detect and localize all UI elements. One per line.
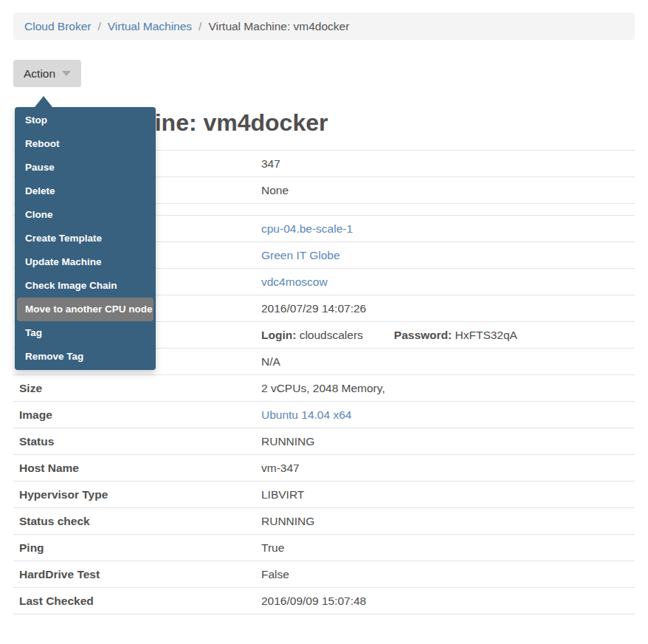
breadcrumb-item-virtual-machine-vm4docker: Virtual Machine: vm4docker — [208, 20, 349, 33]
breadcrumb-separator: / — [97, 20, 100, 33]
row-label: Hypervisor Type — [13, 482, 255, 508]
menu-item-move-to-another-cpu-node[interactable]: Move to another CPU node — [17, 298, 154, 321]
breadcrumb-item-virtual-machines[interactable]: Virtual Machines — [108, 20, 192, 33]
menu-item-tag[interactable]: Tag — [15, 321, 156, 345]
table-row: Status checkRUNNING — [13, 508, 635, 535]
row-label: Host Name — [13, 455, 255, 482]
row-value: Green IT Globe — [255, 242, 635, 269]
row-value: N/A — [255, 349, 635, 375]
row-value: False — [255, 561, 635, 588]
menu-item-remove-tag[interactable]: Remove Tag — [15, 345, 156, 369]
menu-item-delete[interactable]: Delete — [15, 179, 156, 203]
password-value: HxFTS32qA — [452, 329, 517, 341]
menu-item-update-machine[interactable]: Update Machine — [15, 250, 156, 274]
action-dropdown-menu: StopRebootPauseDeleteCloneCreate Templat… — [15, 107, 156, 370]
value-link-cpu-04-be-scale-1[interactable]: cpu-04.be-scale-1 — [261, 222, 353, 235]
breadcrumb: Cloud Broker/Virtual Machines/Virtual Ma… — [13, 13, 635, 40]
password-label: Password: — [394, 329, 452, 341]
table-row: Size2 vCPUs, 2048 Memory, — [13, 375, 635, 402]
action-button-label: Action — [24, 67, 55, 80]
table-row: Hypervisor TypeLIBVIRT — [13, 482, 635, 508]
menu-item-clone[interactable]: Clone — [15, 203, 156, 227]
table-row: ImageUbuntu 14.04 x64 — [13, 402, 635, 428]
row-value: 2 vCPUs, 2048 Memory, — [255, 375, 635, 402]
row-value — [255, 204, 635, 216]
login-label: Login: — [261, 329, 296, 341]
row-label: Status — [13, 428, 255, 455]
menu-item-create-template[interactable]: Create Template — [15, 227, 156, 250]
login-value: cloudscalers — [296, 329, 362, 341]
value-link-vdc4moscow[interactable]: vdc4moscow — [261, 275, 328, 288]
value-link-green-it-globe[interactable]: Green IT Globe — [261, 249, 340, 261]
row-label: Image — [13, 402, 255, 428]
row-label: Last Checked — [13, 588, 255, 614]
row-value: LIBVIRT — [255, 482, 635, 508]
menu-item-reboot[interactable]: Reboot — [15, 132, 156, 156]
breadcrumb-separator: / — [199, 20, 201, 33]
row-label: Status check — [13, 508, 255, 535]
row-value: RUNNING — [255, 508, 635, 535]
row-value: Login: cloudscalersPassword: HxFTS32qA — [255, 322, 635, 349]
table-row: Last Checked2016/09/09 15:07:48 — [13, 588, 635, 614]
row-value: RUNNING — [255, 428, 635, 455]
table-row: HardDrive TestFalse — [13, 561, 635, 588]
row-value: cpu-04.be-scale-1 — [255, 216, 635, 242]
row-value: True — [255, 535, 635, 561]
table-row: StatusRUNNING — [13, 428, 635, 455]
row-label: Ping — [13, 535, 255, 561]
table-row: PingTrue — [13, 535, 635, 561]
table-row: Host Namevm-347 — [13, 455, 635, 482]
vm-detail-page: Cloud Broker/Virtual Machines/Virtual Ma… — [0, 0, 648, 644]
row-value: 347 — [255, 151, 635, 177]
menu-item-stop[interactable]: Stop — [15, 109, 156, 132]
menu-item-pause[interactable]: Pause — [15, 156, 156, 179]
row-value: None — [255, 177, 635, 204]
dropdown-arrow-icon — [35, 96, 52, 107]
row-label: Size — [13, 375, 255, 402]
menu-item-check-image-chain[interactable]: Check Image Chain — [15, 274, 156, 298]
breadcrumb-item-cloud-broker[interactable]: Cloud Broker — [24, 20, 91, 33]
row-value: 2016/09/09 15:07:48 — [255, 588, 635, 614]
row-value: 2016/07/29 14:07:26 — [255, 295, 635, 322]
caret-down-icon — [62, 71, 71, 76]
row-value: vdc4moscow — [255, 269, 635, 295]
row-value: Ubuntu 14.04 x64 — [255, 402, 635, 428]
value-link-ubuntu-14-04-x64[interactable]: Ubuntu 14.04 x64 — [261, 408, 351, 421]
row-label: HardDrive Test — [13, 561, 255, 588]
row-value: vm-347 — [255, 455, 635, 482]
action-button[interactable]: Action — [13, 60, 81, 87]
